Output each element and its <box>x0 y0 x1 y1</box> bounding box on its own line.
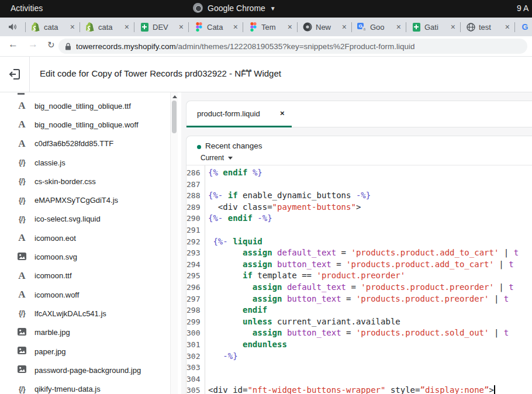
code-line[interactable]: 289 <div class="payment-buttons"> <box>186 202 532 213</box>
file-item[interactable]: Abig_noodle_titling_oblique.ttf <box>0 96 181 115</box>
code-line[interactable]: 298 endif <box>186 305 532 316</box>
chevron-down-icon: ▼ <box>270 5 276 12</box>
code-text <box>205 374 208 385</box>
font-file-icon: A <box>16 232 27 244</box>
code-line[interactable]: 286{% endif %} <box>186 167 532 179</box>
line-number: 300 <box>186 327 205 339</box>
shopify-icon <box>31 22 40 32</box>
file-name: icomoon.ttf <box>34 271 72 280</box>
close-icon[interactable]: × <box>280 109 285 117</box>
code-line[interactable]: 297 assign button_text = 'products.produ… <box>186 293 532 305</box>
sidebar-scrollbar[interactable] <box>170 92 178 394</box>
app-menu[interactable]: Google Chrome ▼ <box>193 3 276 13</box>
more-actions-button[interactable]: ••• <box>242 66 253 75</box>
code-line[interactable]: 303 <box>186 362 532 374</box>
editor-tab-bar: product-form.liquid × <box>186 101 532 127</box>
tab-close-icon[interactable]: × <box>179 23 184 31</box>
version-dropdown[interactable]: Current <box>201 154 233 162</box>
sheets-icon <box>140 22 149 32</box>
browser-tab-5[interactable]: New× <box>298 18 351 36</box>
scrollbar-thumb[interactable] <box>172 101 177 133</box>
tab-close-icon[interactable]: × <box>396 23 401 31</box>
file-item[interactable]: Aicomoon.eot <box>0 229 181 247</box>
activities-button[interactable]: Activities <box>11 4 43 13</box>
file-item[interactable]: {/}qikify-tmenu-data.js <box>0 379 181 394</box>
browser-tab-6[interactable]: GaGoo× <box>352 18 406 36</box>
font-file-icon: A <box>16 100 27 112</box>
code-text: endif <box>205 305 267 316</box>
tab-close-icon[interactable]: × <box>125 23 129 31</box>
reload-icon[interactable]: ↻ <box>47 40 55 50</box>
code-line[interactable]: 290{%- endif -%} <box>186 213 532 224</box>
browser-tab-9[interactable]: G <box>515 18 532 36</box>
browser-tab-7[interactable]: Gati× <box>406 18 460 36</box>
code-line[interactable]: 299 unless current_variant.available <box>186 316 532 328</box>
code-line[interactable]: 291 <box>186 224 532 236</box>
scroll-up-arrow-icon[interactable] <box>172 95 177 98</box>
tab-title: test <box>479 23 502 32</box>
code-line[interactable]: 296 assign default_text = 'products.prod… <box>186 282 532 293</box>
tab-close-icon[interactable]: × <box>505 23 510 31</box>
tab-audio-mute-icon[interactable] <box>0 23 25 31</box>
code-line[interactable]: 301 endunless <box>186 339 532 351</box>
file-item[interactable]: {/}lfcAXLwjkDALc541.js <box>0 304 181 323</box>
tab-close-icon[interactable]: × <box>288 23 292 31</box>
browser-tab-4[interactable]: Tem× <box>243 18 297 36</box>
browser-tab-3[interactable]: Cata× <box>189 18 243 36</box>
line-number: 290 <box>186 213 205 224</box>
file-item[interactable]: {/}classie.js <box>0 153 181 172</box>
tab-title: cata <box>98 23 121 32</box>
file-item[interactable]: Ac0df3a6b528fdd85.TTF <box>0 134 181 153</box>
code-line[interactable]: 293 assign default_text = 'products.prod… <box>186 247 532 259</box>
address-bar[interactable]: towerrecords.myshopify.com/admin/themes/… <box>58 39 527 54</box>
translate-icon: Ga <box>357 22 367 32</box>
file-item[interactable]: icomoon.svg <box>0 247 181 266</box>
editor-tab-product-form[interactable]: product-form.liquid <box>197 109 260 118</box>
tab-close-icon[interactable]: × <box>342 23 347 31</box>
browser-tab-2[interactable]: DEV× <box>134 18 188 36</box>
tab-close-icon[interactable]: × <box>233 23 238 31</box>
tab-title: cata <box>44 23 67 32</box>
editor-column: product-form.liquid × Recent changes Cur… <box>186 92 532 394</box>
tab-close-icon[interactable]: × <box>70 23 75 31</box>
file-name: icomoon.eot <box>34 234 76 243</box>
code-line[interactable]: 294 assign button_text = 'products.produ… <box>186 259 532 271</box>
code-editor[interactable]: 286{% endif %}287288{%- if enable_dynami… <box>186 165 532 394</box>
browser-tab-1[interactable]: cata× <box>80 18 134 36</box>
code-line[interactable]: 292 {%- liquid <box>186 236 532 248</box>
exit-code-editor-button[interactable] <box>8 67 22 81</box>
back-icon[interactable]: ← <box>8 39 18 50</box>
code-text: if template == 'product.preorder' <box>205 270 405 282</box>
code-line[interactable]: 302 -%} <box>186 351 532 362</box>
url-domain: towerrecords.myshopify.com <box>76 42 176 51</box>
code-text: assign button_text = 'products.product.a… <box>205 259 514 271</box>
image-file-icon <box>16 252 27 262</box>
browser-tab-8[interactable]: test× <box>461 18 514 36</box>
code-text: {%- liquid <box>205 236 262 248</box>
svg-text:G: G <box>358 23 362 29</box>
file-item[interactable]: Abig_noodle_titling_oblique.woff <box>0 115 181 134</box>
code-text <box>205 224 208 236</box>
browser-tab-0[interactable]: cata× <box>26 18 80 36</box>
code-line[interactable]: 304 <box>186 374 532 385</box>
file-item[interactable]: {/}ico-select.svg.liquid <box>0 210 181 229</box>
tab-title: Cata <box>207 23 230 32</box>
code-line[interactable]: 295 if template == 'product.preorder' <box>186 270 532 282</box>
file-item[interactable]: {/}eMAPMXSyTCgGdiT4.js <box>0 191 181 209</box>
chevron-down-icon <box>228 157 233 160</box>
forward-icon[interactable]: → <box>28 39 38 50</box>
file-item[interactable]: marble.jpg <box>0 323 181 342</box>
code-line[interactable]: 287 <box>186 179 532 191</box>
file-item[interactable]: password-page-background.jpg <box>0 361 181 379</box>
code-text: {%- endif -%} <box>205 213 272 224</box>
tab-close-icon[interactable]: × <box>451 23 455 31</box>
code-line[interactable]: 305<div id="nft-widget-buttons-wrapper" … <box>186 385 532 394</box>
file-item[interactable]: Aicomoon.ttf <box>0 267 181 285</box>
code-line[interactable]: 288{%- if enable_dynamic_buttons -%} <box>186 190 532 202</box>
dark-globe-icon <box>303 22 312 32</box>
file-item[interactable]: Aicomoon.woff <box>0 285 181 304</box>
code-file-icon: {/} <box>16 215 27 223</box>
file-item[interactable]: paper.jpg <box>0 342 181 361</box>
file-item[interactable]: {/}cs-skin-border.css <box>0 172 181 191</box>
code-line[interactable]: 300 assign button_text = 'products.produ… <box>186 327 532 339</box>
